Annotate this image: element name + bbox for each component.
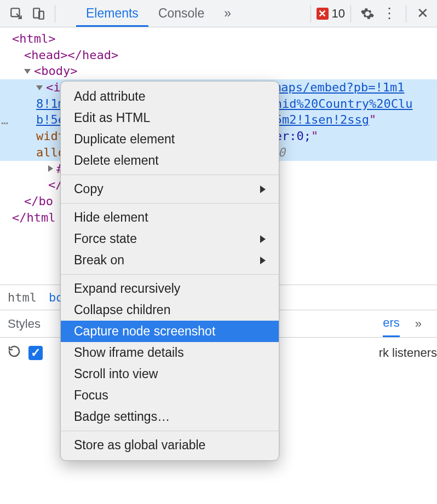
framework-listeners-label: rk listeners <box>379 346 437 360</box>
menu-hide-element[interactable]: Hide element <box>61 207 279 228</box>
menu-copy[interactable]: Copy <box>61 178 279 200</box>
menu-force-state[interactable]: Force state <box>61 228 279 250</box>
menu-store-as-global[interactable]: Store as global variable <box>61 435 279 456</box>
device-toggle-icon[interactable] <box>27 3 49 25</box>
refresh-icon[interactable] <box>8 345 21 361</box>
tree-node-body[interactable]: <body> <box>0 63 437 79</box>
crumb-html[interactable]: html <box>8 291 37 304</box>
error-counter[interactable]: ✕ 10 <box>317 7 345 21</box>
tab-overflow-side[interactable]: » <box>415 310 422 337</box>
tab-overflow[interactable]: » <box>214 0 241 27</box>
menu-badge-settings[interactable]: Badge settings… <box>61 406 279 427</box>
caret-open-icon[interactable] <box>24 69 31 74</box>
menu-show-iframe-details[interactable]: Show iframe details <box>61 342 279 363</box>
settings-icon[interactable] <box>357 3 378 25</box>
menu-delete-element[interactable]: Delete element <box>61 150 279 171</box>
tab-event-listeners[interactable]: ers <box>383 310 400 337</box>
context-menu: Add attribute Edit as HTML Duplicate ele… <box>60 81 279 461</box>
menu-focus[interactable]: Focus <box>61 385 279 406</box>
menu-separator <box>61 203 279 204</box>
submenu-arrow-icon <box>260 257 266 264</box>
submenu-arrow-icon <box>260 186 266 193</box>
menu-edit-as-html[interactable]: Edit as HTML <box>61 107 279 129</box>
caret-open-icon[interactable] <box>36 85 43 90</box>
error-count: 10 <box>332 7 345 21</box>
ancestors-checkbox[interactable]: ✓ <box>28 346 43 360</box>
menu-separator <box>61 431 279 431</box>
tree-node-head[interactable]: <head></head> <box>0 47 437 63</box>
menu-add-attribute[interactable]: Add attribute <box>61 86 279 107</box>
main-tabs: Elements Console » <box>76 0 241 27</box>
menu-collapse-children[interactable]: Collapse children <box>61 299 279 321</box>
menu-capture-node-screenshot[interactable]: Capture node screenshot <box>61 321 279 342</box>
menu-scroll-into-view[interactable]: Scroll into view <box>61 363 279 385</box>
chevron-double-right-icon: » <box>224 6 231 21</box>
tab-elements[interactable]: Elements <box>76 0 148 27</box>
kebab-menu-icon[interactable]: ⋮ <box>378 3 400 25</box>
submenu-arrow-icon <box>260 235 266 243</box>
caret-closed-icon[interactable] <box>48 165 53 172</box>
menu-break-on[interactable]: Break on <box>61 250 279 271</box>
error-badge-icon: ✕ <box>317 8 329 20</box>
menu-separator <box>61 274 279 275</box>
tree-node-html[interactable]: <<html>html> <box>0 31 437 47</box>
menu-separator <box>61 175 279 175</box>
gutter-ellipsis-icon: ⋯ <box>1 115 9 131</box>
close-icon[interactable]: ✕ <box>412 3 434 25</box>
tab-console[interactable]: Console <box>148 0 214 27</box>
inspect-icon[interactable] <box>5 3 27 25</box>
tab-styles[interactable]: Styles <box>8 310 41 337</box>
devtools-toolbar: Elements Console » ✕ 10 ⋮ ✕ <box>0 0 437 27</box>
menu-expand-recursively[interactable]: Expand recursively <box>61 278 279 299</box>
menu-duplicate-element[interactable]: Duplicate element <box>61 129 279 150</box>
